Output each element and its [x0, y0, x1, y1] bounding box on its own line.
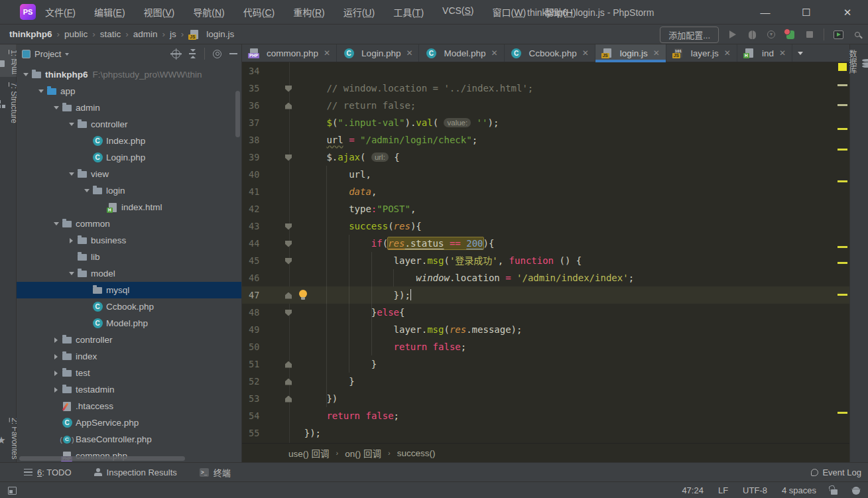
tree-item-Index.php[interactable]: CIndex.php: [17, 133, 241, 149]
warning-stripe-mark[interactable]: [837, 262, 847, 264]
debug-bug-icon[interactable]: [747, 29, 757, 40]
code-line-34[interactable]: 34: [242, 62, 849, 80]
warning-stripe-mark[interactable]: [837, 104, 847, 106]
tree-collapse-icon[interactable]: [51, 387, 61, 393]
tree-expand-icon[interactable]: [66, 172, 76, 176]
code-line-44[interactable]: 44 if(res.status == 200){: [242, 235, 849, 252]
hidden-tabs-chevron-icon[interactable]: [792, 44, 808, 62]
tree-item-index.html[interactable]: Hindex.html: [17, 199, 241, 216]
editor-tab-Ccbook.php[interactable]: CCcbook.php✕: [505, 44, 595, 62]
tree-item-thinkphp6[interactable]: thinkphp6F:\phpstudy_pro\WWW\thin: [17, 66, 241, 83]
code-line-46[interactable]: 46 window.location = '/admin/index/index…: [242, 269, 849, 286]
coverage-icon[interactable]: ▾: [766, 29, 776, 40]
caret-position[interactable]: 47:24: [682, 485, 704, 495]
code-line-36[interactable]: 36 // return false;: [242, 97, 849, 114]
code-editor[interactable]: 3435 // window.location = '../index.html…: [242, 62, 849, 443]
tree-vertical-scrollbar[interactable]: [235, 91, 240, 137]
warning-stripe-mark[interactable]: [837, 84, 847, 86]
tree-item-Ccbook.php[interactable]: CCcbook.php: [17, 298, 241, 315]
toolwindow-layout-icon[interactable]: [8, 487, 17, 495]
stop-icon[interactable]: [804, 29, 815, 40]
tree-expand-icon[interactable]: [51, 222, 61, 225]
maximize-button[interactable]: ☐: [786, 0, 827, 25]
close-button[interactable]: ✕: [827, 0, 868, 25]
warning-stripe-mark[interactable]: [837, 180, 847, 182]
line-separator[interactable]: LF: [718, 485, 728, 495]
tree-item-Login.php[interactable]: CLogin.php: [17, 149, 241, 166]
tree-item-login[interactable]: login: [17, 182, 241, 199]
warning-stripe-mark[interactable]: [837, 294, 847, 296]
tree-expand-icon[interactable]: [66, 123, 76, 126]
tree-expand-icon[interactable]: [51, 106, 61, 109]
breadcrumb-item[interactable]: public: [64, 29, 88, 39]
toolstripe-button-database[interactable]: 数据库: [847, 44, 868, 76]
editor-tab-layer.js[interactable]: 101JSlayer.js✕: [666, 44, 737, 62]
tree-item-mysql[interactable]: mysql: [17, 282, 241, 298]
code-line-55[interactable]: 55 });: [242, 424, 849, 442]
code-line-52[interactable]: 52 }: [242, 373, 849, 390]
tree-item-controller[interactable]: controller: [17, 332, 241, 348]
tree-horizontal-scrollbar[interactable]: [19, 456, 185, 461]
menu-item-S[interactable]: VCS(S): [442, 5, 473, 19]
code-line-42[interactable]: 42 type:"POST",: [242, 200, 849, 218]
breadcrumb-item[interactable]: static: [100, 29, 121, 39]
toolwindow-button-6[interactable]: 6: TODO: [24, 467, 72, 477]
editor-tab-common.php[interactable]: PHPcommon.php✕: [242, 44, 337, 62]
close-tab-icon[interactable]: ✕: [324, 48, 330, 58]
close-tab-icon[interactable]: ✕: [406, 48, 412, 58]
code-line-49[interactable]: 49 layer.msg(res.message);: [242, 321, 849, 338]
menu-item-C[interactable]: 代码(C): [243, 5, 275, 19]
menu-item-F[interactable]: 文件(F): [45, 5, 76, 19]
locate-file-icon[interactable]: [172, 50, 180, 58]
gear-icon[interactable]: [213, 50, 221, 58]
close-tab-icon[interactable]: ✕: [724, 48, 731, 58]
search-everywhere-icon[interactable]: [852, 29, 863, 40]
editor-tab-Login.php[interactable]: CLogin.php✕: [337, 44, 419, 62]
breadcrumb-item[interactable]: admin: [133, 29, 158, 39]
readonly-lock-icon[interactable]: [831, 489, 837, 495]
breadcrumb-item[interactable]: js: [170, 29, 176, 39]
add-configuration-button[interactable]: 添加配置...: [660, 27, 719, 43]
tree-item-testadmin[interactable]: testadmin: [17, 381, 241, 398]
tree-expand-icon[interactable]: [21, 73, 31, 76]
tree-item-business[interactable]: business: [17, 232, 241, 249]
tree-item-view[interactable]: view: [17, 166, 241, 182]
code-line-53[interactable]: 53 }): [242, 390, 849, 407]
code-line-40[interactable]: 40 url,: [242, 166, 849, 183]
breadcrumb-item[interactable]: thinkphp6: [9, 29, 52, 39]
editor-tab-ind[interactable]: Hind✕: [737, 44, 792, 62]
code-line-43[interactable]: 43 success(res){: [242, 218, 849, 235]
run-toolwindow-icon[interactable]: [833, 29, 843, 40]
menu-item-V[interactable]: 视图(V): [144, 5, 175, 19]
code-line-54[interactable]: 54 return false;: [242, 407, 849, 424]
inspection-profile-icon[interactable]: [852, 487, 860, 495]
code-line-45[interactable]: 45 layer.msg('登录成功', function () {: [242, 252, 849, 269]
tree-item-BaseController.php[interactable]: (C)BaseController.php: [17, 431, 241, 448]
file-status-marker[interactable]: [838, 63, 847, 71]
attach-debugger-icon[interactable]: [785, 29, 796, 40]
menu-item-U[interactable]: 运行(U): [343, 5, 375, 19]
code-breadcrumb-item[interactable]: on() 回调: [345, 446, 381, 460]
close-tab-icon[interactable]: ✕: [779, 48, 786, 58]
code-breadcrumb-item[interactable]: success(): [397, 448, 436, 458]
tree-item-test[interactable]: test: [17, 365, 241, 381]
tree-item-admin[interactable]: admin: [17, 99, 241, 116]
code-line-41[interactable]: 41 data,: [242, 183, 849, 200]
minimize-button[interactable]: —: [745, 0, 786, 25]
tree-collapse-icon[interactable]: [51, 371, 61, 376]
toolwindow-button-Inspection Results[interactable]: Inspection Results: [94, 467, 177, 477]
close-tab-icon[interactable]: ✕: [653, 48, 660, 58]
code-line-38[interactable]: 38 url = "/admin/login/check";: [242, 131, 849, 149]
close-tab-icon[interactable]: ✕: [582, 48, 589, 58]
tree-collapse-icon[interactable]: [51, 354, 61, 359]
code-line-35[interactable]: 35 // window.location = '../index.html';: [242, 80, 849, 97]
indent-setting[interactable]: 4 spaces: [782, 485, 816, 495]
code-line-48[interactable]: 48 }else{: [242, 304, 849, 321]
code-line-47[interactable]: 47 });: [242, 286, 849, 304]
tree-item-.htaccess[interactable]: .htaccess: [17, 398, 241, 414]
project-panel-header[interactable]: Project: [17, 44, 241, 64]
menu-item-T[interactable]: 工具(T): [393, 5, 424, 19]
toolwindow-button-终端[interactable]: >_终端: [200, 466, 231, 479]
tree-item-controller[interactable]: controller: [17, 116, 241, 133]
code-line-37[interactable]: 37 $(".input-val").val( value: '');: [242, 114, 849, 131]
